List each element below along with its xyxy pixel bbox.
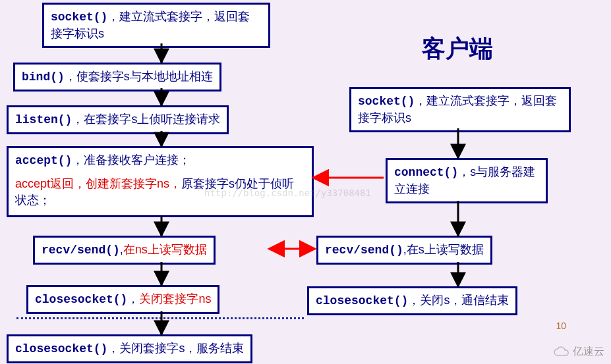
fn-label: connect() bbox=[394, 166, 458, 179]
server-accept-box: accept()，准备接收客户连接； accept返回，创建新套接字ns，原套接… bbox=[7, 146, 314, 217]
fn-desc: ，准备接收客户连接； bbox=[72, 153, 190, 167]
fn-desc: ，使套接字s与本地地址相连 bbox=[65, 70, 213, 83]
fn-label: socket() bbox=[358, 95, 415, 108]
fn-label: recv/send() bbox=[325, 244, 403, 257]
server-listen-box: listen()，在套接字s上侦听连接请求 bbox=[7, 105, 229, 134]
server-close-ns-box: closesocket()，关闭套接字ns bbox=[26, 285, 219, 314]
fn-label: bind() bbox=[22, 70, 65, 84]
fn-desc: ,在s上读写数据 bbox=[403, 243, 484, 256]
accept-return-text: accept返回，创建新套接字ns， bbox=[15, 177, 181, 190]
fn-desc: ，在套接字s上侦听连接请求 bbox=[72, 113, 220, 126]
page-number: 10 bbox=[556, 321, 566, 331]
fn-desc: ，关闭s，通信结束 bbox=[408, 294, 509, 307]
logo: 亿速云 bbox=[553, 345, 604, 359]
server-rw-box: recv/send(),在ns上读写数据 bbox=[33, 236, 216, 265]
fn-label: recv/send() bbox=[42, 244, 120, 257]
client-socket-box: socket()，建立流式套接字，返回套接字标识s bbox=[349, 87, 571, 132]
client-close-box: closesocket()，关闭s，通信结束 bbox=[307, 286, 517, 315]
server-socket-box: socket()，建立流式套接字，返回套接字标识s bbox=[42, 3, 270, 48]
client-title: 客户端 bbox=[422, 33, 493, 65]
client-connect-box: connect()，s与服务器建立连接 bbox=[386, 158, 548, 203]
fn-label: listen() bbox=[15, 113, 72, 126]
divider-dotted bbox=[16, 317, 304, 319]
logo-text: 亿速云 bbox=[573, 345, 604, 359]
server-close-s-box: closesocket()，关闭套接字s，服务结束 bbox=[7, 334, 252, 363]
comma: ， bbox=[127, 292, 139, 305]
cloud-icon bbox=[553, 346, 570, 358]
fn-label: closesocket() bbox=[316, 294, 408, 307]
fn-label: closesocket() bbox=[35, 293, 127, 306]
fn-label: accept() bbox=[15, 154, 72, 167]
rw-red: 在ns上读写数据 bbox=[123, 243, 207, 256]
server-bind-box: bind()，使套接字s与本地地址相连 bbox=[13, 63, 221, 91]
close-red: 关闭套接字ns bbox=[139, 292, 211, 305]
client-rw-box: recv/send(),在s上读写数据 bbox=[316, 236, 492, 265]
fn-desc: ，关闭套接字s，服务结束 bbox=[107, 342, 244, 355]
fn-label: closesocket() bbox=[15, 342, 107, 355]
fn-label: socket() bbox=[51, 11, 107, 24]
watermark: http://blog.csdn.net/y33708481 bbox=[204, 188, 371, 198]
